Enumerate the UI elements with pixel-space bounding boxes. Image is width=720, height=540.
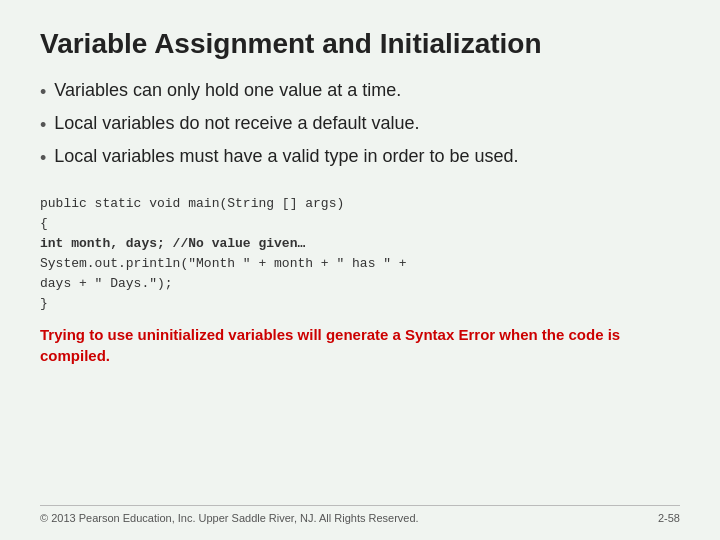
list-item: • Local variables must have a valid type…	[40, 144, 680, 171]
code-line-1: public static void main(String [] args)	[40, 194, 680, 214]
slide: Variable Assignment and Initialization •…	[0, 0, 720, 540]
list-item: • Local variables do not receive a defau…	[40, 111, 680, 138]
code-line-6: }	[40, 294, 680, 314]
warning-text: Trying to use uninitialized variables wi…	[40, 324, 680, 366]
footer-copyright: © 2013 Pearson Education, Inc. Upper Sad…	[40, 512, 419, 524]
footer-page-number: 2-58	[658, 512, 680, 524]
code-bold-line: int month, days; //No value given…	[40, 236, 305, 251]
code-block: public static void main(String [] args) …	[40, 194, 680, 315]
slide-title: Variable Assignment and Initialization	[40, 28, 680, 60]
bullet-dot: •	[40, 113, 46, 138]
code-line-2: {	[40, 214, 680, 234]
bullet-text-3: Local variables must have a valid type i…	[54, 144, 518, 169]
code-line-4: System.out.println("Month " + month + " …	[40, 254, 680, 274]
code-line-3: int month, days; //No value given…	[40, 234, 680, 254]
slide-footer: © 2013 Pearson Education, Inc. Upper Sad…	[40, 505, 680, 524]
bullet-text-2: Local variables do not receive a default…	[54, 111, 419, 136]
bullet-dot: •	[40, 146, 46, 171]
bullet-dot: •	[40, 80, 46, 105]
list-item: • Variables can only hold one value at a…	[40, 78, 680, 105]
code-line-5: days + " Days.");	[40, 274, 680, 294]
bullet-text-1: Variables can only hold one value at a t…	[54, 78, 401, 103]
bullet-list: • Variables can only hold one value at a…	[40, 78, 680, 178]
